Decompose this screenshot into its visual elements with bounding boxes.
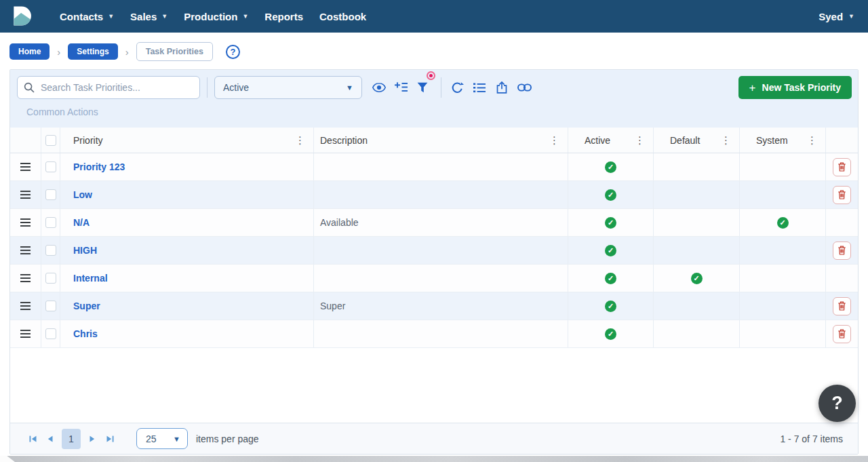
row-checkbox[interactable]	[45, 301, 56, 311]
copy-link-button[interactable]	[514, 77, 534, 98]
header-priority[interactable]: Priority ⋮	[60, 128, 314, 153]
priority-link[interactable]: Super	[73, 301, 100, 311]
user-menu[interactable]: Syed ▼	[818, 11, 854, 22]
row-checkbox[interactable]	[45, 273, 56, 284]
column-menu-icon[interactable]: ⋮	[799, 135, 825, 145]
plus-icon: +	[749, 82, 756, 94]
delete-button[interactable]	[833, 158, 851, 176]
drag-handle-icon[interactable]	[19, 299, 32, 313]
next-page-button[interactable]	[83, 429, 101, 448]
priority-link[interactable]: Chris	[73, 328, 98, 339]
column-menu-icon[interactable]: ⋮	[627, 135, 653, 145]
floating-help-button[interactable]: ?	[818, 385, 856, 422]
header-priority-label: Priority	[73, 135, 103, 146]
breadcrumb-current-task-priorities: Task Priorities	[136, 42, 213, 61]
status-filter-dropdown[interactable]: Active ▼	[214, 76, 362, 99]
priority-link[interactable]: N/A	[73, 217, 90, 228]
previous-page-button[interactable]	[41, 429, 59, 448]
list-icon	[473, 83, 486, 93]
checkbox-cell	[41, 237, 60, 264]
toolbar-divider	[441, 77, 441, 98]
first-page-button[interactable]	[24, 429, 41, 448]
table-empty-area	[10, 348, 858, 423]
actions-cell	[826, 292, 858, 320]
chevron-down-icon: ▼	[242, 13, 248, 20]
search-input[interactable]	[17, 76, 200, 99]
chevron-down-icon: ▼	[108, 13, 114, 20]
drag-handle-icon[interactable]	[19, 188, 32, 201]
page-size-dropdown[interactable]: 25 ▼	[136, 428, 188, 449]
filter-button[interactable]	[412, 77, 433, 98]
delete-button[interactable]	[833, 242, 851, 260]
table-row: Priority 123	[10, 153, 858, 181]
drag-handle-icon[interactable]	[19, 327, 32, 341]
active-cell	[568, 209, 654, 236]
drag-cell	[10, 153, 41, 180]
priority-link[interactable]: Low	[73, 189, 92, 200]
help-icon[interactable]: ?	[226, 45, 240, 59]
breadcrumb-settings[interactable]: Settings	[68, 43, 117, 60]
header-default[interactable]: Default ⋮	[654, 128, 740, 153]
checkbox-cell	[41, 320, 60, 347]
top-navigation-bar: Contacts ▼ Sales ▼ Production ▼ Reports …	[0, 0, 868, 33]
bottom-screen-artifact	[0, 456, 868, 462]
active-check-icon	[605, 189, 616, 201]
header-system[interactable]: System ⋮	[740, 128, 826, 153]
default-cell	[654, 209, 740, 236]
row-checkbox[interactable]	[45, 328, 56, 339]
row-checkbox[interactable]	[45, 161, 56, 172]
table-row: Chris	[10, 320, 858, 348]
priority-cell: Priority 123	[60, 153, 314, 180]
header-checkbox-cell	[41, 128, 60, 153]
priority-cell: Super	[60, 292, 314, 320]
description-cell	[314, 265, 568, 292]
delete-button[interactable]	[833, 297, 851, 315]
active-check-icon	[605, 161, 616, 173]
chevron-down-icon: ▼	[173, 435, 180, 443]
priority-link[interactable]: Internal	[73, 273, 108, 284]
priority-link[interactable]: Priority 123	[73, 161, 125, 172]
select-all-checkbox[interactable]	[45, 135, 56, 146]
drag-handle-icon[interactable]	[19, 271, 32, 285]
header-active[interactable]: Active ⋮	[568, 128, 654, 153]
drag-cell	[10, 265, 41, 292]
column-menu-icon[interactable]: ⋮	[541, 135, 568, 145]
delete-button[interactable]	[833, 325, 851, 343]
header-description[interactable]: Description ⋮	[314, 128, 568, 153]
app-logo[interactable]	[9, 4, 34, 28]
nav-item-label: Costbook	[319, 11, 366, 22]
row-checkbox[interactable]	[45, 245, 56, 256]
header-default-label: Default	[670, 135, 700, 146]
table-body: Priority 123LowN/AAvailableHIGHInternalS…	[10, 153, 858, 348]
nav-item-label: Reports	[264, 11, 303, 22]
breadcrumb: Home › Settings › Task Priorities ?	[0, 33, 868, 69]
drag-handle-icon[interactable]	[19, 160, 32, 174]
nav-item-sales[interactable]: Sales ▼	[129, 8, 169, 25]
current-page-button[interactable]: 1	[62, 429, 81, 449]
list-view-button[interactable]	[469, 77, 490, 98]
refresh-button[interactable]	[447, 77, 467, 98]
default-check-icon	[691, 273, 703, 284]
nav-item-reports[interactable]: Reports	[263, 8, 304, 25]
nav-item-costbook[interactable]: Costbook	[318, 8, 368, 25]
description-cell	[314, 320, 568, 347]
drag-cell	[10, 237, 41, 264]
row-checkbox[interactable]	[45, 217, 56, 228]
row-checkbox[interactable]	[45, 189, 56, 200]
breadcrumb-home[interactable]: Home	[9, 43, 50, 60]
header-active-label: Active	[585, 135, 610, 146]
delete-button[interactable]	[833, 186, 851, 204]
header-description-label: Description	[320, 135, 368, 146]
column-menu-icon[interactable]: ⋮	[287, 135, 313, 145]
drag-handle-icon[interactable]	[19, 244, 32, 257]
export-button[interactable]	[492, 77, 512, 98]
priority-link[interactable]: HIGH	[73, 245, 97, 256]
drag-handle-icon[interactable]	[19, 216, 32, 229]
last-page-button[interactable]	[101, 429, 119, 448]
insert-row-button[interactable]	[391, 77, 411, 98]
nav-item-production[interactable]: Production ▼	[182, 8, 250, 25]
column-menu-icon[interactable]: ⋮	[713, 135, 739, 145]
view-visibility-button[interactable]	[369, 77, 389, 98]
nav-item-contacts[interactable]: Contacts ▼	[58, 8, 115, 25]
new-task-priority-button[interactable]: + New Task Priority	[738, 76, 852, 99]
